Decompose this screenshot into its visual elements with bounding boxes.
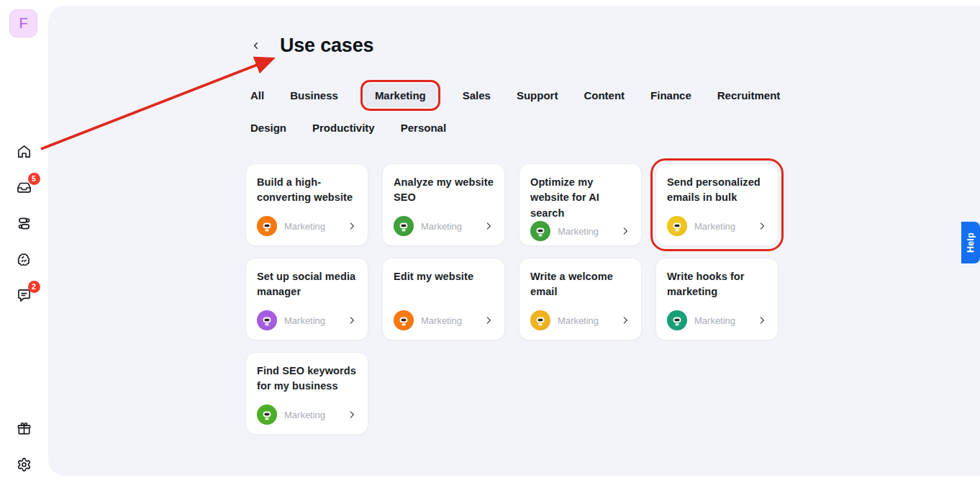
help-button-label: Help [966, 233, 976, 253]
gift-icon [16, 420, 32, 437]
agent-avatar [394, 310, 414, 330]
card-footer: Marketing [257, 405, 357, 425]
sidebar-item-chat[interactable]: 2 [15, 286, 34, 304]
user-avatar[interactable]: F [9, 9, 37, 37]
category-label: Marketing [694, 315, 735, 326]
category-tabs: AllBusinessMarketingSalesSupportContentF… [250, 83, 754, 140]
tab-finance[interactable]: Finance [650, 83, 691, 107]
tab-all[interactable]: All [250, 83, 264, 107]
chevron-right-icon[interactable] [620, 315, 630, 325]
robot-icon [260, 407, 274, 422]
agent-avatar [394, 216, 414, 236]
category-label: Marketing [284, 410, 325, 420]
card-footer: Marketing [667, 310, 767, 330]
robot-icon [670, 313, 684, 328]
robot-icon [260, 313, 274, 328]
robot-icon [533, 224, 548, 238]
use-case-card[interactable]: Send personalized emails in bulk Marketi… [655, 163, 779, 246]
card-footer: Marketing [530, 221, 630, 241]
tab-support[interactable]: Support [517, 83, 558, 107]
tab-productivity[interactable]: Productivity [312, 116, 375, 140]
chevron-right-icon[interactable] [484, 221, 494, 231]
card-footer: Marketing [530, 310, 630, 330]
chevron-right-icon[interactable] [484, 315, 494, 325]
use-case-card[interactable]: Set up social media manager Marketing [245, 258, 368, 340]
card-title: Edit my website [394, 269, 494, 284]
agent-avatar [530, 310, 550, 330]
category-label: Marketing [421, 315, 462, 326]
sidebar-item-gift[interactable] [15, 420, 34, 437]
chevron-right-icon[interactable] [757, 221, 767, 231]
tab-row: AllBusinessMarketingSalesSupportContentF… [250, 83, 754, 107]
robot-icon [396, 219, 411, 233]
inbox-badge: 5 [28, 173, 40, 185]
category-label: Marketing [558, 226, 599, 237]
use-case-card[interactable]: Write a welcome email Marketing [519, 258, 642, 340]
card-title: Build a high-converting website [257, 175, 357, 206]
sidebar-item-toggles[interactable] [15, 215, 34, 232]
card-footer: Marketing [667, 216, 767, 236]
chevron-right-icon[interactable] [620, 226, 630, 236]
back-button[interactable] [250, 40, 261, 51]
tab-content[interactable]: Content [584, 83, 625, 107]
category-label: Marketing [694, 221, 735, 232]
brain-icon [16, 251, 32, 268]
category-label: Marketing [421, 221, 462, 232]
tab-marketing[interactable]: Marketing [364, 83, 437, 107]
use-case-card[interactable]: Optimize my website for AI search Market… [519, 163, 642, 246]
sidebar-nav-bottom [0, 420, 48, 473]
tab-personal[interactable]: Personal [401, 116, 446, 140]
card-title: Write hooks for marketing [667, 269, 767, 300]
page-title: Use cases [280, 35, 373, 57]
card-title: Write a welcome email [530, 269, 630, 300]
sidebar-item-brain[interactable] [15, 250, 34, 268]
card-title: Optimize my website for AI search [530, 175, 630, 221]
chevron-right-icon[interactable] [757, 315, 767, 325]
sidebar-item-home[interactable] [15, 143, 34, 160]
card-footer: Marketing [394, 310, 494, 330]
sidebar-nav-top: 5 2 [0, 143, 48, 304]
tab-row: DesignProductivityPersonal [250, 116, 754, 140]
home-icon [16, 143, 32, 160]
robot-icon [533, 313, 548, 328]
chevron-right-icon[interactable] [347, 410, 357, 420]
card-footer: Marketing [257, 216, 357, 236]
card-footer: Marketing [394, 216, 494, 236]
use-case-card[interactable]: Build a high-converting website Marketin… [245, 163, 368, 246]
robot-icon [260, 219, 274, 233]
use-case-card[interactable]: Write hooks for marketing Marketing [655, 258, 779, 340]
chevron-right-icon[interactable] [347, 315, 357, 325]
agent-avatar [667, 310, 687, 330]
chat-badge: 2 [28, 281, 40, 293]
agent-avatar [257, 405, 277, 425]
tab-sales[interactable]: Sales [463, 83, 491, 107]
tab-business[interactable]: Business [290, 83, 338, 107]
card-footer: Marketing [257, 310, 357, 330]
toggles-icon [16, 215, 32, 232]
agent-avatar [530, 221, 550, 241]
use-case-grid: Build a high-converting website Marketin… [245, 163, 779, 435]
help-button[interactable]: Help [961, 222, 980, 263]
tab-recruitment[interactable]: Recruitment [717, 83, 781, 107]
card-title: Analyze my website SEO [394, 175, 494, 206]
sidebar: F 5 [0, 0, 48, 483]
card-title: Set up social media manager [257, 269, 357, 300]
robot-icon [670, 219, 684, 233]
chevron-left-icon [250, 40, 261, 51]
use-case-card[interactable]: Analyze my website SEO Marketing [382, 163, 505, 246]
app-root: F 5 [0, 0, 980, 483]
card-title: Send personalized emails in bulk [667, 175, 767, 206]
sidebar-item-settings[interactable] [15, 456, 34, 473]
use-case-card[interactable]: Edit my website Marketing [382, 258, 505, 340]
sidebar-item-inbox[interactable]: 5 [15, 179, 34, 196]
chevron-right-icon[interactable] [347, 221, 357, 231]
category-label: Marketing [284, 221, 325, 232]
category-label: Marketing [284, 315, 325, 326]
tab-design[interactable]: Design [250, 116, 286, 140]
category-label: Marketing [558, 315, 599, 326]
use-case-card[interactable]: Find SEO keywords for my business Market… [245, 352, 368, 435]
robot-icon [396, 313, 411, 328]
agent-avatar [257, 310, 277, 330]
agent-avatar [667, 216, 687, 236]
agent-avatar [257, 216, 277, 236]
